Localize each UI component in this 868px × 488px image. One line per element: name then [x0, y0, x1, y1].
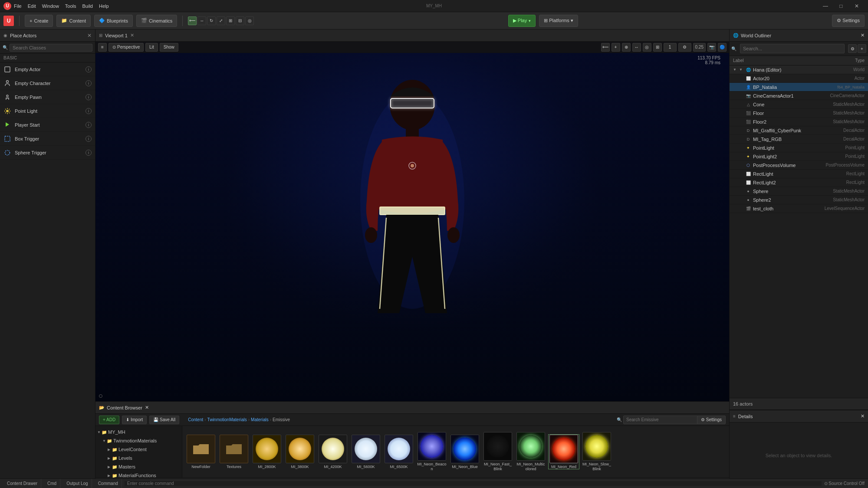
material-item-neon-slow-blink[interactable]: MI_Neon_Slow_Blink: [582, 432, 612, 472]
menu-file[interactable]: File: [14, 3, 22, 9]
vp-tool-4[interactable]: ↔: [632, 43, 641, 52]
material-item-neon-red[interactable]: MI_Neon_Red: [549, 435, 579, 469]
create-button[interactable]: + Create: [25, 15, 53, 27]
play-button[interactable]: ▶ Play ▾: [508, 15, 536, 27]
material-item-newfolder[interactable]: NewFolder: [186, 435, 216, 469]
outliner-bp-natalia[interactable]: 👤 BP_Natalia f64_BP_Natalia: [730, 83, 868, 92]
menu-window[interactable]: Window: [42, 3, 59, 9]
outliner-add-btn[interactable]: +: [858, 44, 866, 53]
breadcrumb-item-3[interactable]: Materials: [251, 417, 269, 422]
scale-tool[interactable]: ⤢: [217, 16, 225, 25]
actor-item-player-start[interactable]: Player Start i: [0, 118, 95, 132]
lit-button[interactable]: Lit: [145, 43, 158, 52]
player-start-info[interactable]: i: [85, 122, 92, 128]
blueprints-button[interactable]: 🔷 Blueprints: [94, 15, 133, 27]
vp-camera2[interactable]: 🔵: [718, 43, 727, 52]
tree-materialfunctions[interactable]: ▶ 📁 MaterialFunctions: [95, 471, 182, 478]
menu-help[interactable]: Help: [99, 3, 109, 9]
import-button[interactable]: ⬇ Import: [122, 416, 147, 424]
sphere-trigger-info[interactable]: i: [85, 150, 92, 156]
vp-tool-1[interactable]: ⟵: [601, 43, 610, 52]
outliner-rectlight[interactable]: ⬜ RectLight RectLight: [730, 170, 868, 178]
outliner-floor[interactable]: ⬛ Floor StaticMeshActor: [730, 109, 868, 118]
empty-character-info[interactable]: i: [85, 80, 92, 86]
material-item-neon-blue[interactable]: MI_Neon_Blue: [450, 435, 480, 469]
outliner-cinecamera[interactable]: 📷 CineCameraActor1 CineCameraActor: [730, 92, 868, 100]
world-tool[interactable]: ◎: [245, 16, 254, 25]
viewport-options-btn[interactable]: ≡: [98, 43, 107, 52]
menu-tools[interactable]: Tools: [65, 3, 76, 9]
outliner-mi-tag[interactable]: D MI_Tag_RGB DecalActor: [730, 135, 868, 144]
menu-edit[interactable]: Edit: [28, 3, 36, 9]
vp-tool-2[interactable]: +: [612, 43, 620, 52]
vp-tool-6[interactable]: ⊞: [653, 43, 662, 52]
outliner-sphere[interactable]: ● Sphere StaticMeshActor: [730, 187, 868, 196]
outliner-sphere2[interactable]: ● Sphere2 StaticMeshActor: [730, 196, 868, 204]
save-all-button[interactable]: 💾 Save All: [149, 416, 179, 424]
outliner-mi-graffiti[interactable]: D MI_Graffiti_CyberPunk DecalActor: [730, 126, 868, 135]
material-item-mi4200k[interactable]: MI_4200K: [318, 435, 348, 469]
material-item-neon-beacon[interactable]: MI_Neon_Beacon: [417, 432, 447, 472]
place-actors-close[interactable]: ✕: [87, 33, 92, 39]
platforms-button[interactable]: ⊞ Platforms ▾: [539, 15, 578, 27]
breadcrumb-item-1[interactable]: Content: [188, 417, 203, 422]
status-content-drawer[interactable]: Content Drawer: [3, 479, 41, 488]
point-light-info[interactable]: i: [85, 108, 92, 114]
material-item-mi3800k[interactable]: MI_3800K: [285, 435, 315, 469]
content-browser-close[interactable]: ✕: [145, 405, 149, 410]
details-close[interactable]: ✕: [861, 413, 865, 419]
actor-item-empty-actor[interactable]: Empty Actor i: [0, 62, 95, 76]
maximize-button[interactable]: □: [833, 0, 849, 12]
outliner-hana-editor[interactable]: ▼ ▼ 🌐 Hana (Editor) World: [730, 66, 868, 74]
outliner-rectlight2[interactable]: ⬜ RectLight2 RectLight: [730, 178, 868, 187]
material-item-textures[interactable]: Textures: [219, 435, 249, 469]
close-button[interactable]: ✕: [849, 0, 865, 12]
status-output-log[interactable]: Output Log: [63, 479, 92, 488]
outliner-actor20[interactable]: ⬜ Actor20 Actor: [730, 74, 868, 83]
material-item-mi5600k[interactable]: MI_5600K: [351, 435, 381, 469]
cb-settings-button[interactable]: ⚙ Settings: [697, 416, 726, 424]
actor-item-sphere-trigger[interactable]: Sphere Trigger i: [0, 146, 95, 160]
outliner-floor2[interactable]: ⬛ Floor2 StaticMeshActor: [730, 118, 868, 126]
search-input[interactable]: [10, 44, 92, 52]
outliner-pointlight[interactable]: ✦ PointLight PointLight: [730, 144, 868, 152]
material-item-neon-fast-blink[interactable]: MI_Neon_Fast_Blink: [483, 432, 513, 472]
actor-item-point-light[interactable]: Point Light i: [0, 104, 95, 118]
tree-masters[interactable]: ▶ 📁 Masters: [95, 462, 182, 471]
status-cmd[interactable]: Cmd: [44, 479, 60, 488]
vp-tool-8[interactable]: ⚙: [678, 43, 691, 52]
status-command[interactable]: Command: [95, 479, 122, 488]
outliner-settings-btn[interactable]: ⚙: [848, 44, 857, 53]
viewport-close[interactable]: ✕: [130, 33, 134, 38]
vp-tool-7[interactable]: 1: [664, 43, 677, 52]
empty-pawn-info[interactable]: i: [85, 94, 92, 100]
command-input[interactable]: [125, 481, 822, 486]
outliner-postprocess[interactable]: ⬡ PostProcessVolume PostProcessVolume: [730, 161, 868, 170]
breadcrumb-item-2[interactable]: TwinmotionMaterials: [207, 417, 247, 422]
material-item-neon-multicolored[interactable]: MI_Neon_Multicolored: [516, 432, 546, 472]
tree-levels[interactable]: ▶ 📁 Levels: [95, 454, 182, 462]
outliner-cone[interactable]: △ Cone StaticMeshActor: [730, 100, 868, 109]
viewport[interactable]: ⊞ Viewport 1 ✕ ≡ ⊙ Perspective Lit Show …: [95, 29, 729, 401]
rotate-tool[interactable]: ↻: [207, 16, 216, 25]
ue-logo[interactable]: U: [3, 16, 14, 26]
menu-build[interactable]: Build: [82, 3, 93, 9]
outliner-test-cloth[interactable]: 🎬 test_cloth LevelSequenceActor: [730, 204, 868, 213]
show-button[interactable]: Show: [160, 43, 178, 52]
outliner-pointlight2[interactable]: ✦ PointLight2 PointLight: [730, 152, 868, 161]
empty-actor-info[interactable]: i: [85, 66, 92, 72]
select-tool[interactable]: ⟵: [188, 16, 197, 25]
transform-tool[interactable]: ⊞: [226, 16, 235, 25]
actor-item-empty-character[interactable]: Empty Character i: [0, 76, 95, 90]
cinematics-button[interactable]: 🎬 Cinematics: [136, 15, 177, 27]
translate-tool[interactable]: ↔: [197, 16, 206, 25]
perspective-button[interactable]: ⊙ Perspective: [108, 43, 144, 52]
actor-item-empty-pawn[interactable]: Empty Pawn i: [0, 90, 95, 104]
tree-twinmotion[interactable]: ▼ 📁 TwinmotionMaterials: [95, 436, 182, 445]
settings-button[interactable]: ⚙ Settings: [832, 15, 865, 27]
tree-my-mh[interactable]: ▼ 📁 MY_MH: [95, 428, 182, 436]
actor-item-box-trigger[interactable]: Box Trigger i: [0, 132, 95, 146]
tree-levelcontent[interactable]: ▶ 📁 LevelContent: [95, 445, 182, 454]
material-item-mi6500k[interactable]: MI_6500K: [384, 435, 414, 469]
content-button[interactable]: 📁 Content: [56, 15, 91, 27]
